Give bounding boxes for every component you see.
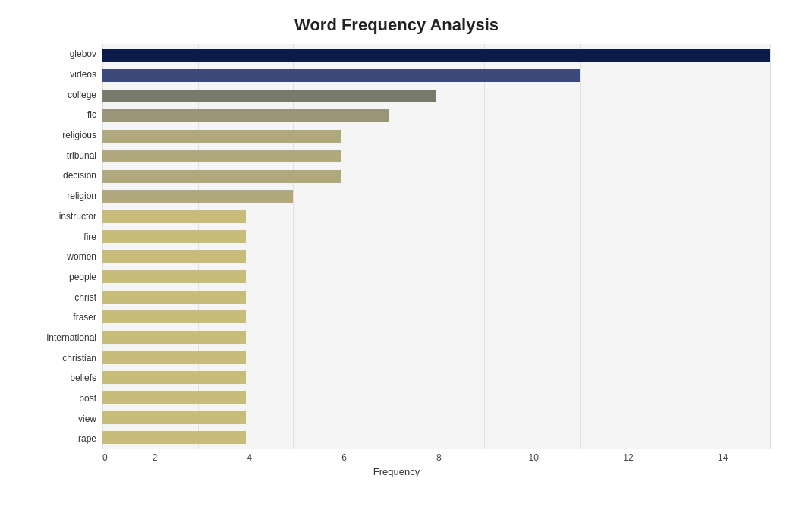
bar-row [102,247,770,267]
x-tick: 8 [392,452,486,463]
x-tick: 14 [675,452,770,463]
bar-row [102,348,770,368]
y-label: fraser [73,313,96,322]
bar-row [102,388,770,408]
bar [102,49,770,62]
bar [102,190,293,203]
bar-row [102,106,770,127]
bar-row [102,227,770,247]
chart-title: Word Frequency Analysis [23,15,770,35]
bar [102,270,246,283]
y-labels: glebovvideoscollegeficreligioustribunald… [23,44,102,449]
x-tick: 10 [486,452,581,463]
y-label: beliefs [70,373,96,382]
bar-row [102,126,770,146]
y-label: religion [67,191,96,200]
y-label: videos [70,70,96,79]
bar-row [102,166,770,187]
bar [102,130,341,143]
bar-row [102,187,770,207]
y-label: fic [87,110,96,119]
bar [102,210,246,223]
bar-row [102,327,770,348]
y-label: instructor [59,212,96,221]
x-axis: 02468101214 [102,452,770,463]
bar [102,230,246,243]
bars-and-grid [102,44,770,449]
bar [102,310,246,323]
bar [102,391,246,404]
chart-area: glebovvideoscollegeficreligioustribunald… [23,44,770,477]
bar [102,411,246,424]
bar-row [102,146,770,167]
y-label: rape [78,434,96,443]
x-axis-label: Frequency [23,466,770,477]
bar [102,371,246,384]
y-label: decision [63,171,96,180]
bar [102,90,436,102]
y-label: christ [74,293,96,302]
bar [102,109,389,122]
bar [102,351,246,364]
bar [102,331,246,344]
y-label: fire [83,232,96,241]
x-tick: 6 [297,452,392,463]
y-label: religious [62,131,96,140]
bar [102,431,246,444]
x-tick: 2 [108,452,203,463]
bar-row [102,408,770,428]
bar-row [102,428,770,449]
grid-line [770,44,771,449]
y-label: glebov [70,49,96,58]
plot-area: glebovvideoscollegeficreligioustribunald… [23,44,770,449]
bar-row [102,86,770,106]
y-label: women [67,252,96,261]
x-tick: 12 [581,452,676,463]
bar-row [102,307,770,328]
bar-row [102,267,770,288]
bar [102,69,580,82]
y-label: college [68,90,96,99]
y-label: tribunal [67,151,96,160]
bar [102,150,341,162]
x-tick: 0 [102,452,108,463]
bar-row [102,46,770,66]
bar-row [102,206,770,227]
bars-container [102,44,770,449]
bar-row [102,367,770,388]
bar [102,291,246,304]
x-tick: 4 [202,452,297,463]
y-label: international [47,333,96,342]
bar [102,170,341,183]
chart-container: Word Frequency Analysis glebovvideoscoll… [0,0,793,532]
y-label: christian [62,354,96,363]
y-label: view [78,414,96,423]
bar-row [102,66,770,87]
bar [102,250,246,263]
bar-row [102,287,770,307]
y-label: post [79,394,96,403]
y-label: people [69,272,96,282]
